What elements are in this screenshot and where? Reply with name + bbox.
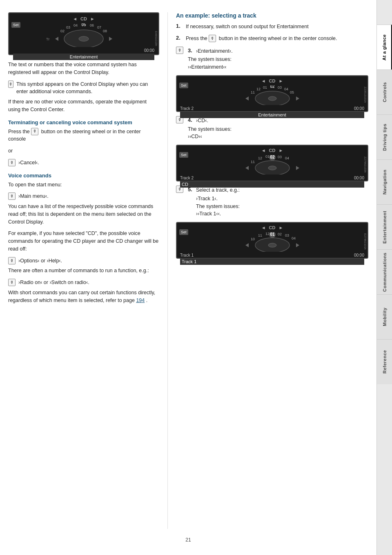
cd-display-step3: Set ◄ CD ► 11 12 01 02 03 04 (176, 75, 368, 112)
right-heading: An example: selecting a track (176, 12, 368, 19)
cd-display-step4: Set ◄ CD ► 11 12 01 02 (176, 145, 368, 181)
entertainment-bar: Entertainment (13, 54, 154, 60)
svg-text:04: 04 (74, 23, 78, 27)
svg-text:06: 06 (90, 23, 94, 27)
svg-marker-32 (245, 166, 249, 170)
sidebar-tab-controls[interactable]: Controls (377, 69, 392, 114)
svg-text:10: 10 (250, 237, 254, 241)
text5b: . (146, 298, 147, 303)
sidebar-tab-at-a-glance[interactable]: At a glance (377, 25, 392, 69)
sidebar-tab-navigation[interactable]: Navigation (377, 159, 392, 204)
cd-dial-5: 10 11 12 01 02 03 04 (180, 232, 364, 252)
cd-bottom-bar: 00:00 (13, 48, 154, 53)
watermark: E46S1019h (155, 31, 158, 46)
track-label-4: Track 2 (180, 176, 194, 180)
svg-text:04: 04 (285, 156, 289, 160)
svg-text:12: 12 (265, 232, 269, 236)
step-3-command: ›Entertainment‹. (196, 47, 233, 55)
cd-title-5: CD (269, 225, 276, 230)
svg-text:04: 04 (284, 87, 288, 91)
voice-icon-radio: 🎙 (8, 279, 16, 286)
step-5: 🎙 5. Select a track, e.g.: ›Track 1‹. Th… (176, 186, 368, 218)
section1-text: Press the 🎙 button on the steering wheel… (8, 128, 159, 143)
entertainment-bar-3: Entertainment (180, 112, 364, 118)
step-5-system-issues: The system issues: (188, 203, 368, 210)
options-command: 🎙 ›Options‹ or ›Help‹. (8, 257, 159, 265)
svg-point-13 (268, 96, 276, 101)
cd-dial-area: 02 03 04 05 06 07 08 Tr (13, 23, 154, 47)
short-cmd-text: With short commands you can carry out ce… (8, 290, 155, 303)
voice-icon-step2: 🎙 (209, 35, 216, 42)
cancel-command: 🎙 ›Cancel‹. (8, 159, 159, 167)
svg-text:02: 02 (60, 29, 65, 33)
main-menu-text: ›Main menu‹. (18, 192, 49, 200)
step-1-num: 1. (176, 23, 183, 29)
section1-text1: Press the (8, 129, 30, 134)
page-number: 21 (0, 537, 376, 543)
body-text-1: The text or numbers that the voice comma… (8, 61, 159, 76)
options-text: ›Options‹ or ›Help‹. (18, 257, 62, 265)
cd-display-step5: Set ◄ CD ► 10 11 12 01 (176, 222, 368, 259)
main-content: Set ◄ CD ► 02 03 04 05 (0, 0, 376, 555)
sidebar-tab-entertainment[interactable]: Entertainment (377, 204, 392, 249)
arrow-right-4: ► (278, 148, 283, 153)
page-ref-link[interactable]: 194 (136, 298, 145, 303)
voice-icon-step3: 🎙 (176, 47, 183, 54)
svg-text:04: 04 (291, 236, 295, 240)
svg-marker-45 (296, 243, 299, 247)
section2-text5: With short commands you can carry out ce… (8, 289, 159, 304)
sidebar-tab-reference[interactable]: Reference (377, 339, 392, 384)
track-label-3: Track 2 (180, 106, 194, 111)
svg-text:01: 01 (263, 85, 267, 90)
step-3-num: 3. (188, 47, 194, 54)
cd-bar-5: Track 1 (180, 258, 364, 265)
time-label: 00:00 (144, 48, 154, 53)
step-4-system-issues: The system issues: (188, 125, 368, 133)
sidebar-tab-communications[interactable]: Communications (377, 249, 392, 294)
dial-svg-4: 11 12 01 02 03 04 (236, 155, 309, 175)
right-column: An example: selecting a track 1. If nece… (167, 12, 368, 529)
svg-text:03: 03 (277, 155, 281, 159)
step-5-response: ››Track 1‹‹. (188, 210, 368, 218)
svg-point-24 (268, 166, 276, 170)
watermark-5: E27962101h (364, 233, 367, 250)
cd-title-3: CD (269, 78, 276, 83)
svg-text:Tr: Tr (46, 37, 49, 41)
svg-text:02: 02 (270, 85, 275, 89)
cd-bottom-3: Track 2 00:00 (180, 106, 364, 111)
step-3-system-issues: The system issues: (188, 56, 368, 63)
arrow-left-4: ◄ (261, 148, 266, 153)
cd-bottom-4: Track 2 00:00 (180, 176, 364, 180)
dial-svg-5: 10 11 12 01 02 03 04 (236, 232, 309, 252)
svg-text:07: 07 (97, 25, 101, 29)
radio-command: 🎙 ›Radio on‹ or ›Switch on radio‹. (8, 279, 159, 286)
cd-display-top: Set ◄ CD ► 02 03 04 05 (8, 12, 159, 55)
time-label-5: 00:00 (354, 253, 364, 257)
watermark-3: Z23513101h (364, 87, 367, 103)
step-2-text-a: Press the (186, 36, 207, 41)
svg-text:02: 02 (277, 232, 281, 236)
svg-marker-21 (245, 96, 249, 101)
cd-dial-3: 11 12 01 02 03 04 05 (180, 85, 364, 105)
dial-svg-3: 11 12 01 02 03 04 05 (236, 85, 309, 105)
svg-text:05: 05 (290, 90, 294, 94)
sidebar-tab-mobility[interactable]: Mobility (377, 294, 392, 339)
svg-text:02: 02 (270, 155, 275, 159)
svg-point-1 (79, 36, 89, 41)
svg-marker-22 (296, 96, 299, 101)
section2-text4: There are often a number of commands to … (8, 267, 159, 275)
svg-text:11: 11 (258, 233, 262, 237)
step-4-response: ››CD‹‹ (188, 133, 368, 141)
cd-bar-4: CD (180, 181, 364, 188)
step-2-num: 2. (176, 35, 183, 41)
section1-heading: Terminating or canceling voice command s… (8, 119, 159, 125)
radio-text: ›Radio on‹ or ›Switch on radio‹. (18, 279, 89, 286)
arrow-left-3: ◄ (261, 78, 266, 83)
section2-text1: To open the start menu: (8, 181, 159, 189)
sidebar-tab-driving-tips[interactable]: Driving tips (377, 114, 392, 159)
svg-marker-44 (245, 243, 249, 247)
svg-text:01: 01 (270, 232, 275, 237)
cd-dial-svg: 02 03 04 05 06 07 08 Tr (43, 23, 125, 47)
svg-text:11: 11 (250, 160, 254, 164)
svg-point-35 (268, 243, 276, 247)
